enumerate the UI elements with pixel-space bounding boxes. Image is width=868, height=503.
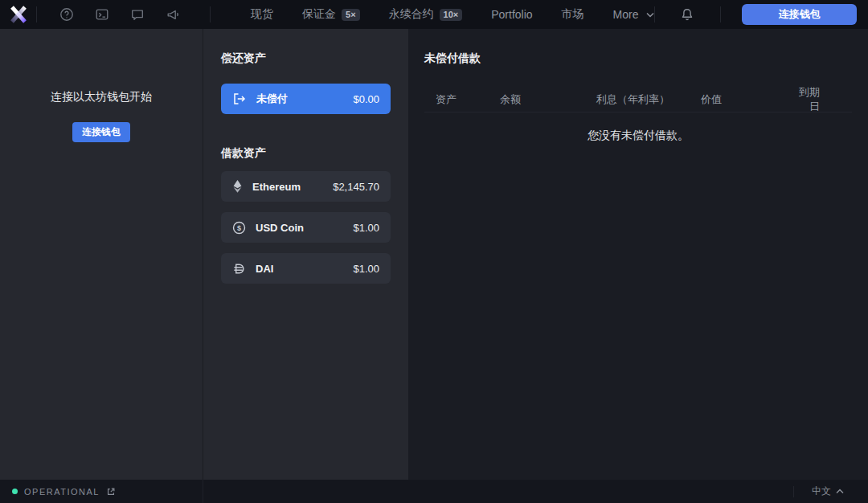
nav-portfolio-label: Portfolio [491,8,532,21]
x-logo-icon [8,4,29,25]
asset-row-ethereum[interactable]: Ethereum $2,145.70 [221,171,391,202]
chevron-up-icon [836,489,844,494]
column-due-date: 到期日 [789,85,820,114]
status-label: OPERATIONAL [24,487,100,497]
leverage-badge: 10× [440,9,463,21]
asset-row-dai[interactable]: DAI $1.00 [221,253,391,284]
column-interest-apr: 利息（年利率） [596,92,701,107]
outstanding-loans-title: 未偿付借款 [424,51,852,66]
asset-value: $2,145.70 [333,181,379,193]
ethereum-icon [232,179,243,194]
language-label: 中文 [812,485,831,498]
connect-wallet-button[interactable]: 连接钱包 [742,4,857,25]
nav-spot-label: 现货 [251,7,273,22]
repay-panel: 偿还资产 未偿付 $0.00 借款资产 Ethereum $2,145.70 [203,29,408,480]
asset-name: DAI [256,263,273,275]
nav-portfolio[interactable]: Portfolio [491,8,532,21]
leverage-badge: 5× [342,9,360,21]
language-selector[interactable]: 中文 [794,480,868,503]
nav-perpetual[interactable]: 永续合约 10× [389,7,463,22]
help-icon[interactable] [59,7,74,22]
nav-markets-label: 市场 [562,7,584,22]
topbar-divider [720,6,721,22]
asset-value: $1.00 [353,222,379,234]
terminal-icon[interactable] [95,7,109,22]
nav-margin-label: 保证金 [302,7,336,22]
repay-assets-title: 偿还资产 [221,51,391,66]
asset-row-usd-coin[interactable]: $ USD Coin $1.00 [221,212,391,243]
dai-icon [232,262,246,276]
notifications-button[interactable] [654,7,720,22]
column-value: 价值 [701,92,789,107]
onboarding-prompt: 连接以太坊钱包开始 [51,90,152,104]
empty-loans-message: 您没有未偿付借款。 [424,129,852,143]
repay-exit-icon [232,92,247,106]
external-link-icon [106,487,116,497]
status-bar: OPERATIONAL 中文 [0,480,868,503]
column-balance: 余额 [500,92,596,107]
asset-name: USD Coin [256,222,304,234]
topbar-tool-icons [37,7,210,22]
asset-value: $1.00 [353,263,379,275]
borrowed-assets-title: 借款资产 [221,146,391,161]
connect-wallet-button-small[interactable]: 连接钱包 [72,122,130,142]
chevron-down-icon [646,12,654,18]
system-status-link[interactable]: OPERATIONAL [0,480,203,503]
nav-more[interactable]: More [613,8,654,21]
nav-perpetual-label: 永续合约 [389,7,434,22]
outstanding-loans-panel: 未偿付借款 资产 余额 利息（年利率） 价值 到期日 您没有未偿付借款。 [408,29,868,480]
nav-markets[interactable]: 市场 [562,7,584,22]
nav-margin[interactable]: 保证金 5× [302,7,360,22]
asset-name: Ethereum [252,181,301,193]
loans-table-header: 资产 余额 利息（年利率） 价值 到期日 [424,87,852,112]
nav-more-label: More [613,8,639,21]
outstanding-repay-button[interactable]: 未偿付 $0.00 [221,84,391,114]
column-asset: 资产 [436,92,500,107]
app-logo[interactable] [0,4,36,25]
main-content: 连接以太坊钱包开始 连接钱包 偿还资产 未偿付 $0.00 借款资产 Ether [0,29,868,480]
top-bar: 现货 保证金 5× 永续合约 10× Portfolio 市场 More [0,0,868,29]
onboarding-panel: 连接以太坊钱包开始 连接钱包 [0,29,203,480]
outstanding-label: 未偿付 [256,92,288,106]
bell-icon [680,7,694,22]
chat-icon[interactable] [130,7,145,22]
usd-coin-icon: $ [232,221,246,235]
nav-spot[interactable]: 现货 [251,7,273,22]
svg-text:$: $ [237,223,241,231]
main-nav: 现货 保证金 5× 永续合约 10× Portfolio 市场 More [211,7,653,22]
status-dot-icon [12,489,18,494]
announcement-icon[interactable] [166,7,181,22]
outstanding-value: $0.00 [353,93,379,105]
